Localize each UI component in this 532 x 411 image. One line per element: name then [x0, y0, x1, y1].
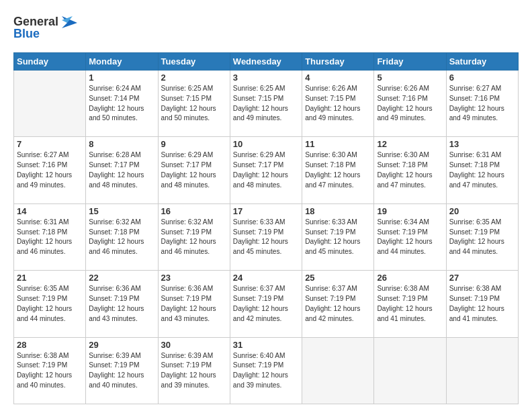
- day-number: 21: [17, 273, 83, 283]
- calendar-cell: [374, 337, 446, 404]
- day-number: 3: [233, 73, 299, 83]
- day-number: 26: [377, 273, 443, 283]
- calendar-week-row: 28Sunrise: 6:38 AMSunset: 7:19 PMDayligh…: [14, 337, 519, 404]
- day-number: 2: [161, 73, 227, 83]
- day-info: Sunrise: 6:36 AMSunset: 7:19 PMDaylight:…: [89, 284, 154, 324]
- calendar-cell: 28Sunrise: 6:38 AMSunset: 7:19 PMDayligh…: [14, 337, 86, 404]
- day-header-wednesday: Wednesday: [230, 53, 302, 71]
- day-number: 10: [233, 139, 299, 149]
- day-info: Sunrise: 6:39 AMSunset: 7:19 PMDaylight:…: [89, 351, 154, 391]
- calendar-cell: 19Sunrise: 6:34 AMSunset: 7:19 PMDayligh…: [374, 203, 446, 270]
- day-number: 17: [233, 206, 299, 216]
- day-number: 23: [161, 273, 227, 283]
- calendar-cell: 26Sunrise: 6:38 AMSunset: 7:19 PMDayligh…: [374, 271, 446, 337]
- calendar-cell: 6Sunrise: 6:27 AMSunset: 7:16 PMDaylight…: [446, 71, 518, 137]
- day-info: Sunrise: 6:35 AMSunset: 7:19 PMDaylight:…: [449, 218, 515, 257]
- day-number: 22: [89, 273, 154, 283]
- calendar-header-row: SundayMondayTuesdayWednesdayThursdayFrid…: [14, 53, 519, 71]
- calendar-week-row: 21Sunrise: 6:35 AMSunset: 7:19 PMDayligh…: [14, 271, 519, 337]
- day-number: 15: [89, 206, 154, 216]
- calendar-cell: [302, 337, 374, 404]
- day-info: Sunrise: 6:30 AMSunset: 7:18 PMDaylight:…: [305, 150, 371, 190]
- calendar-cell: 31Sunrise: 6:40 AMSunset: 7:19 PMDayligh…: [230, 337, 302, 404]
- calendar-cell: 17Sunrise: 6:33 AMSunset: 7:19 PMDayligh…: [230, 203, 302, 270]
- day-number: 13: [449, 139, 515, 149]
- day-number: 29: [89, 340, 154, 350]
- day-number: 28: [17, 340, 83, 350]
- day-number: 20: [449, 206, 515, 216]
- svg-text:General: General: [13, 15, 58, 28]
- calendar-cell: 9Sunrise: 6:29 AMSunset: 7:17 PMDaylight…: [158, 137, 230, 203]
- day-number: 7: [17, 139, 83, 149]
- day-info: Sunrise: 6:29 AMSunset: 7:17 PMDaylight:…: [161, 150, 227, 190]
- day-number: 14: [17, 206, 83, 216]
- calendar-cell: 25Sunrise: 6:37 AMSunset: 7:19 PMDayligh…: [302, 271, 374, 337]
- calendar-cell: [446, 337, 518, 404]
- day-info: Sunrise: 6:40 AMSunset: 7:19 PMDaylight:…: [233, 351, 299, 391]
- calendar-cell: 15Sunrise: 6:32 AMSunset: 7:18 PMDayligh…: [86, 203, 158, 270]
- day-header-sunday: Sunday: [14, 53, 86, 71]
- day-info: Sunrise: 6:24 AMSunset: 7:14 PMDaylight:…: [89, 84, 154, 124]
- day-info: Sunrise: 6:38 AMSunset: 7:19 PMDaylight:…: [377, 284, 443, 324]
- day-info: Sunrise: 6:39 AMSunset: 7:19 PMDaylight:…: [161, 351, 227, 391]
- day-info: Sunrise: 6:38 AMSunset: 7:19 PMDaylight:…: [17, 351, 83, 391]
- calendar-cell: 1Sunrise: 6:24 AMSunset: 7:14 PMDaylight…: [86, 71, 158, 137]
- day-header-thursday: Thursday: [302, 53, 374, 71]
- calendar-cell: 20Sunrise: 6:35 AMSunset: 7:19 PMDayligh…: [446, 203, 518, 270]
- day-info: Sunrise: 6:34 AMSunset: 7:19 PMDaylight:…: [377, 218, 443, 257]
- calendar-cell: 24Sunrise: 6:37 AMSunset: 7:19 PMDayligh…: [230, 271, 302, 337]
- calendar-cell: 7Sunrise: 6:27 AMSunset: 7:16 PMDaylight…: [14, 137, 86, 203]
- calendar-week-row: 14Sunrise: 6:31 AMSunset: 7:18 PMDayligh…: [14, 203, 519, 270]
- calendar-cell: 16Sunrise: 6:32 AMSunset: 7:19 PMDayligh…: [158, 203, 230, 270]
- day-number: 12: [377, 139, 443, 149]
- day-header-monday: Monday: [86, 53, 158, 71]
- calendar-cell: 3Sunrise: 6:25 AMSunset: 7:15 PMDaylight…: [230, 71, 302, 137]
- svg-text:Blue: Blue: [13, 27, 40, 40]
- day-number: 11: [305, 139, 371, 149]
- day-info: Sunrise: 6:31 AMSunset: 7:18 PMDaylight:…: [17, 218, 83, 257]
- day-info: Sunrise: 6:33 AMSunset: 7:19 PMDaylight:…: [233, 218, 299, 257]
- day-number: 24: [233, 273, 299, 283]
- day-info: Sunrise: 6:36 AMSunset: 7:19 PMDaylight:…: [161, 284, 227, 324]
- calendar-cell: 18Sunrise: 6:33 AMSunset: 7:19 PMDayligh…: [302, 203, 374, 270]
- day-info: Sunrise: 6:32 AMSunset: 7:18 PMDaylight:…: [89, 218, 154, 257]
- day-number: 19: [377, 206, 443, 216]
- calendar-cell: 21Sunrise: 6:35 AMSunset: 7:19 PMDayligh…: [14, 271, 86, 337]
- calendar-cell: [14, 71, 86, 137]
- calendar-cell: 8Sunrise: 6:28 AMSunset: 7:17 PMDaylight…: [86, 137, 158, 203]
- day-info: Sunrise: 6:26 AMSunset: 7:16 PMDaylight:…: [377, 84, 443, 124]
- day-info: Sunrise: 6:37 AMSunset: 7:19 PMDaylight:…: [305, 284, 371, 324]
- day-info: Sunrise: 6:33 AMSunset: 7:19 PMDaylight:…: [305, 218, 371, 257]
- day-info: Sunrise: 6:27 AMSunset: 7:16 PMDaylight:…: [449, 84, 515, 124]
- day-info: Sunrise: 6:27 AMSunset: 7:16 PMDaylight:…: [17, 150, 83, 190]
- day-number: 25: [305, 273, 371, 283]
- day-number: 9: [161, 139, 227, 149]
- calendar-cell: 27Sunrise: 6:38 AMSunset: 7:19 PMDayligh…: [446, 271, 518, 337]
- day-number: 8: [89, 139, 154, 149]
- calendar-week-row: 7Sunrise: 6:27 AMSunset: 7:16 PMDaylight…: [14, 137, 519, 203]
- calendar-cell: 14Sunrise: 6:31 AMSunset: 7:18 PMDayligh…: [14, 203, 86, 270]
- day-info: Sunrise: 6:25 AMSunset: 7:15 PMDaylight:…: [161, 84, 227, 124]
- day-number: 6: [449, 73, 515, 83]
- day-info: Sunrise: 6:29 AMSunset: 7:17 PMDaylight:…: [233, 150, 299, 190]
- day-info: Sunrise: 6:28 AMSunset: 7:17 PMDaylight:…: [89, 150, 154, 190]
- calendar-week-row: 1Sunrise: 6:24 AMSunset: 7:14 PMDaylight…: [14, 71, 519, 137]
- day-info: Sunrise: 6:31 AMSunset: 7:18 PMDaylight:…: [449, 150, 515, 190]
- day-info: Sunrise: 6:32 AMSunset: 7:19 PMDaylight:…: [161, 218, 227, 257]
- calendar-cell: 10Sunrise: 6:29 AMSunset: 7:17 PMDayligh…: [230, 137, 302, 203]
- logo: General Blue: [13, 11, 77, 47]
- day-number: 4: [305, 73, 371, 83]
- day-info: Sunrise: 6:35 AMSunset: 7:19 PMDaylight:…: [17, 284, 83, 324]
- day-number: 30: [161, 340, 227, 350]
- day-number: 27: [449, 273, 515, 283]
- calendar-cell: 22Sunrise: 6:36 AMSunset: 7:19 PMDayligh…: [86, 271, 158, 337]
- calendar-cell: 4Sunrise: 6:26 AMSunset: 7:15 PMDaylight…: [302, 71, 374, 137]
- day-header-friday: Friday: [374, 53, 446, 71]
- day-info: Sunrise: 6:26 AMSunset: 7:15 PMDaylight:…: [305, 84, 371, 124]
- calendar-cell: 11Sunrise: 6:30 AMSunset: 7:18 PMDayligh…: [302, 137, 374, 203]
- calendar-cell: 13Sunrise: 6:31 AMSunset: 7:18 PMDayligh…: [446, 137, 518, 203]
- day-number: 5: [377, 73, 443, 83]
- day-header-tuesday: Tuesday: [158, 53, 230, 71]
- day-number: 31: [233, 340, 299, 350]
- day-number: 18: [305, 206, 371, 216]
